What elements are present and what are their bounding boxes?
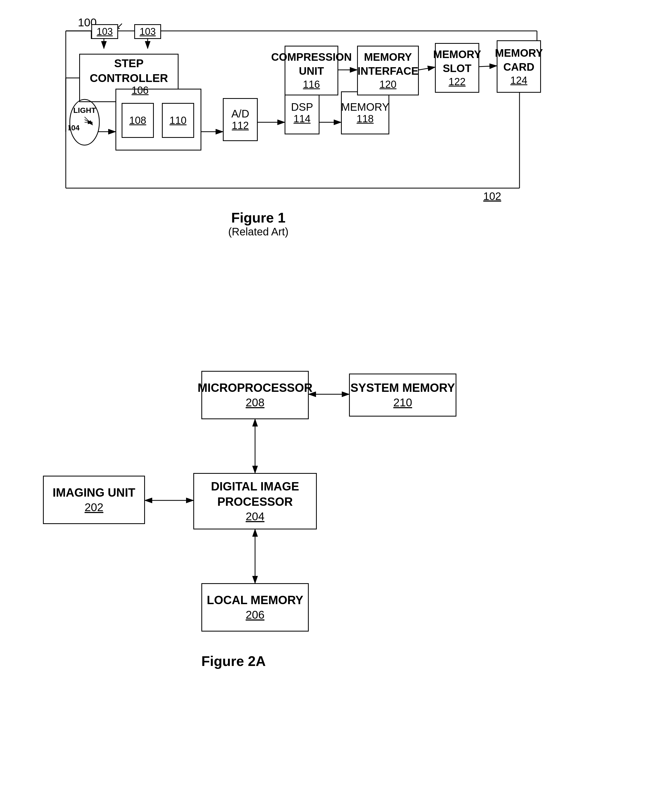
- box-memory-118: MEMORY 118: [341, 91, 389, 134]
- box-ad-112: A/D 112: [223, 98, 258, 141]
- label-110: 110: [169, 115, 186, 126]
- local-memory-ref: 206: [246, 608, 265, 622]
- dsp-ref: 114: [293, 113, 310, 125]
- memory118-ref: 118: [357, 113, 373, 125]
- box-110: 110: [162, 103, 194, 138]
- memory-slot-ref: 122: [449, 75, 466, 88]
- ad-ref: 112: [232, 120, 249, 131]
- microprocessor-ref: 208: [246, 395, 265, 410]
- svg-line-29: [84, 117, 93, 125]
- figure-1-title: Figure 1: [228, 210, 288, 226]
- light-104: LIGHT 104: [69, 98, 101, 147]
- figure-1-subtitle: (Related Art): [228, 226, 288, 238]
- box-memory-slot-122: MEMORY SLOT 122: [435, 43, 479, 93]
- ad-name: A/D: [231, 108, 249, 120]
- memory-slot-name: MEMORY SLOT: [433, 47, 481, 75]
- box-digital-image-processor-204: DIGITAL IMAGE PROCESSOR 204: [193, 473, 317, 529]
- box-memory-interface-120: MEMORY INTERFACE 120: [357, 46, 419, 95]
- figure-2a-title: Figure 2A: [201, 653, 266, 669]
- figure-1-caption: Figure 1 (Related Art): [228, 210, 288, 238]
- box-108: 108: [122, 103, 154, 138]
- figure-2a-caption: Figure 2A: [201, 653, 266, 669]
- box-106: 108 110: [115, 89, 201, 150]
- dip-ref: 204: [246, 509, 265, 524]
- label-103b: 103: [140, 26, 156, 38]
- memory-interface-ref: 120: [379, 78, 396, 91]
- system-memory-name: SYSTEM MEMORY: [350, 380, 455, 395]
- imaging-unit-name: IMAGING UNIT: [53, 485, 135, 500]
- box-103a: 103: [91, 24, 118, 39]
- label-106: 106: [131, 84, 148, 96]
- dsp-name: DSP: [291, 101, 313, 113]
- memory-card-ref: 124: [510, 74, 527, 87]
- svg-line-23: [479, 66, 497, 67]
- svg-text:LIGHT: LIGHT: [73, 106, 96, 114]
- local-memory-name: LOCAL MEMORY: [207, 592, 303, 608]
- system-memory-ref: 210: [393, 395, 412, 410]
- svg-text:104: 104: [69, 124, 80, 132]
- compression-ref: 116: [303, 78, 320, 91]
- box-system-memory-210: SYSTEM MEMORY 210: [349, 374, 457, 416]
- imaging-unit-ref: 202: [84, 500, 103, 515]
- label-108: 108: [129, 115, 146, 126]
- label-102: 102: [483, 190, 501, 202]
- svg-line-22: [419, 67, 435, 70]
- box-microprocessor-208: MICROPROCESSOR 208: [201, 371, 309, 419]
- box-local-memory-206: LOCAL MEMORY 206: [201, 583, 309, 632]
- box-memory-card-124: MEMORY CARD 124: [497, 40, 541, 93]
- step-controller-name: STEP CONTROLLER: [80, 56, 178, 86]
- box-dsp-114: DSP 114: [285, 91, 320, 134]
- memory-card-name: MEMORY CARD: [495, 46, 543, 74]
- svg-line-30: [84, 120, 93, 124]
- memory118-name: MEMORY: [341, 101, 389, 113]
- memory-interface-name: MEMORY INTERFACE: [358, 50, 419, 78]
- compression-name: COMPRESSION UNIT: [271, 50, 352, 78]
- page: 100 ↙: [0, 0, 672, 785]
- label-103a: 103: [97, 26, 113, 38]
- microprocessor-name: MICROPROCESSOR: [198, 380, 312, 395]
- box-imaging-unit-202: IMAGING UNIT 202: [43, 476, 145, 524]
- box-compression-unit-116: COMPRESSION UNIT 116: [285, 46, 338, 95]
- dip-name: DIGITAL IMAGE PROCESSOR: [194, 479, 316, 509]
- box-103b: 103: [134, 24, 161, 39]
